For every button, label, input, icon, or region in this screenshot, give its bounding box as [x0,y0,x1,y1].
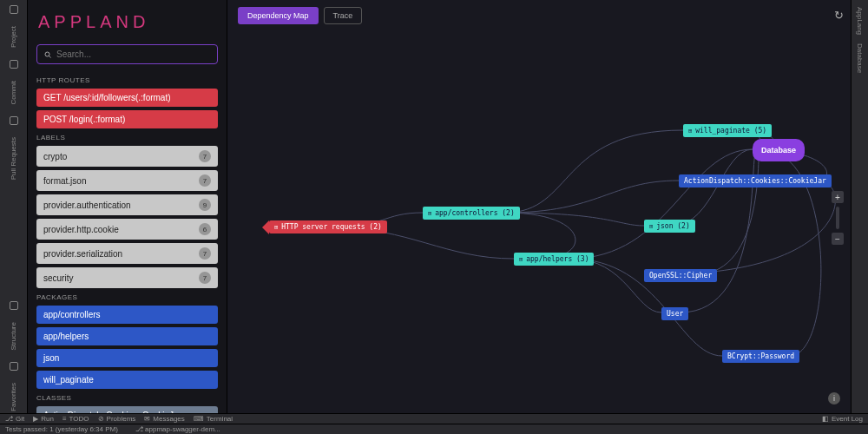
section-packages-header: PACKAGES [36,293,218,301]
node-http-requests[interactable]: ⊞HTTP server requests (2) [269,220,387,233]
tab-dependency-map[interactable]: Dependency Map [238,7,319,24]
node-cookies[interactable]: ActionDispatch::Cookies::CookieJar [679,174,832,187]
right-activity-rail: AppLang Database [851,0,868,413]
status-messages[interactable]: ✉ Messages [144,415,184,423]
status-run[interactable]: ▶ Run [33,415,54,423]
node-openssl[interactable]: OpenSSL::Cipher [644,269,717,282]
label-item[interactable]: provider.serialization7 [36,243,218,264]
tab-trace[interactable]: Trace [324,7,363,24]
pullreq-icon[interactable] [10,116,18,125]
sidebar: APPLAND HTTP ROUTES GET /users/:id/follo… [28,0,227,413]
rail-database[interactable]: Database [856,43,864,73]
expand-icon: ⊞ [274,224,278,231]
search-input[interactable] [56,49,210,59]
section-classes-header: CLASSES [36,394,218,402]
structure-icon[interactable] [10,301,18,310]
svg-line-1 [49,56,51,57]
refresh-icon[interactable]: ↻ [834,9,844,22]
branch-indicator[interactable]: ⎇ appmap-swagger-dem... [135,425,220,433]
rail-favorites[interactable]: Favorites [10,381,17,413]
rail-project[interactable]: Project [10,24,17,49]
label-item[interactable]: provider.http.cookie6 [36,219,218,240]
class-item[interactable]: ActionDispatch::Cookies::CookieJar [36,406,218,413]
status-terminal[interactable]: ⌨ Terminal [194,415,233,423]
status-problems[interactable]: ⊘ Problems [98,415,136,423]
status-eventlog[interactable]: ◧ Event Log [822,415,863,423]
node-database[interactable]: Database [753,139,805,161]
search-box[interactable] [36,44,218,64]
section-routes-header: HTTP ROUTES [36,76,218,84]
package-item[interactable]: will_paginate [36,371,218,389]
node-helpers[interactable]: ⊞app/helpers (3) [514,253,594,266]
package-item[interactable]: app/helpers [36,327,218,345]
svg-point-0 [45,52,49,56]
section-labels-header: LABELS [36,134,218,141]
search-icon [44,51,51,58]
zoom-slider[interactable] [836,207,839,229]
dependency-map-canvas[interactable]: Dependency Map Trace ↻ i + − [227,0,851,413]
rail-applang[interactable]: AppLang [856,7,864,35]
rail-pullreq[interactable]: Pull Requests [10,135,17,181]
rail-commit[interactable]: Commit [10,79,17,107]
zoom-out-button[interactable]: − [832,233,844,245]
run-tests[interactable]: Tests passed: 1 (yesterday 6:34 PM) [5,425,118,433]
run-bar: Tests passed: 1 (yesterday 6:34 PM) ⎇ ap… [0,424,868,434]
status-todo[interactable]: ≡ TODO [62,415,89,423]
left-activity-rail: Project Commit Pull Requests Structure F… [0,0,28,413]
package-item[interactable]: app/controllers [36,306,218,324]
label-item[interactable]: crypto7 [36,146,218,167]
expand-icon: ⊞ [649,223,653,230]
status-git[interactable]: ⎇ Git [5,415,24,423]
commit-icon[interactable] [10,60,18,69]
label-item[interactable]: provider.authentication9 [36,194,218,215]
label-item[interactable]: security7 [36,267,218,288]
expand-icon: ⊞ [428,210,431,217]
app-logo: APPLAND [38,12,218,32]
route-item[interactable]: GET /users/:id/followers(.:format) [36,89,218,107]
route-item[interactable]: POST /login(.:format) [36,110,218,128]
info-icon[interactable]: i [828,392,840,404]
label-item[interactable]: format.json7 [36,170,218,191]
node-user[interactable]: User [661,307,688,320]
status-bar: ⎇ Git ▶ Run ≡ TODO ⊘ Problems ✉ Messages… [0,413,868,424]
node-paginate[interactable]: ⊞will_paginate (5) [683,124,772,137]
zoom-controls: + − [832,191,844,245]
rail-structure[interactable]: Structure [10,320,17,352]
project-icon[interactable] [10,5,18,14]
zoom-in-button[interactable]: + [832,191,844,203]
expand-icon: ⊞ [688,128,692,135]
node-json[interactable]: ⊞json (2) [644,220,695,233]
package-item[interactable]: json [36,349,218,367]
node-controllers[interactable]: ⊞app/controllers (2) [423,207,520,220]
canvas-topbar: Dependency Map Trace [238,7,362,24]
node-bcrypt[interactable]: BCrypt::Password [722,350,799,363]
expand-icon: ⊞ [519,256,523,263]
favorites-icon[interactable] [10,362,18,371]
